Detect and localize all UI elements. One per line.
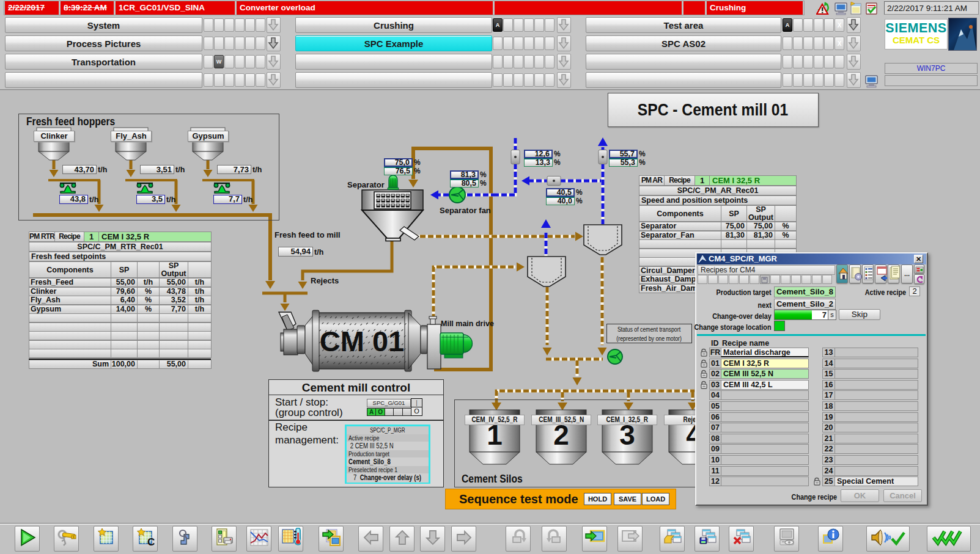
svg-text:CM 01: CM 01: [320, 325, 404, 357]
svg-text:C: C: [147, 536, 155, 547]
